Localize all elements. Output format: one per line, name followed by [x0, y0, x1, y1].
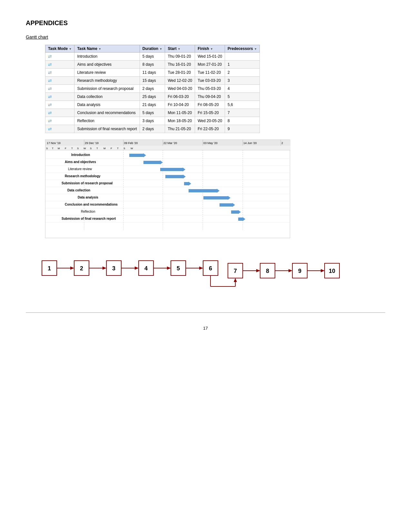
svg-text:8: 8 — [266, 268, 269, 274]
svg-marker-90 — [167, 266, 171, 270]
svg-text:03 May '20: 03 May '20 — [203, 141, 218, 145]
predecessors-cell: 5,6 — [225, 101, 260, 109]
duration-cell: 3 days — [140, 117, 165, 125]
task-mode-icon: ⇄ — [48, 102, 52, 107]
table-row: ⇄ Submission of final research report 2 … — [45, 125, 260, 133]
start-cell: Thu 16-01-20 — [165, 61, 195, 69]
task-mode-icon: ⇄ — [48, 54, 52, 59]
svg-marker-86 — [135, 266, 139, 270]
duration-cell: 11 days — [140, 69, 165, 77]
predecessors-cell: 8 — [225, 117, 260, 125]
col-header-start[interactable]: Start ▼ — [165, 45, 195, 53]
duration-cell: 21 days — [140, 101, 165, 109]
svg-text:2: 2 — [80, 265, 83, 272]
svg-text:9: 9 — [298, 268, 301, 274]
gantt-table: Task Mode ▼ Task Name ▼ Duration ▼ Start… — [45, 45, 260, 133]
task-mode-cell: ⇄ — [45, 85, 74, 93]
svg-text:Data collection: Data collection — [67, 189, 90, 192]
task-mode-cell: ⇄ — [45, 117, 74, 125]
svg-text:M: M — [103, 147, 106, 150]
task-mode-cell: ⇄ — [45, 69, 74, 77]
table-row: ⇄ Data collection 25 days Fri 06-03-20 T… — [45, 93, 260, 101]
svg-text:7: 7 — [234, 268, 237, 274]
predecessors-cell: 5 — [225, 93, 260, 101]
finish-cell: Tue 03-03-20 — [195, 77, 225, 85]
svg-text:Aims and objectives: Aims and objectives — [65, 160, 96, 164]
predecessors-cell: 4 — [225, 85, 260, 93]
predecessors-cell: 2 — [225, 69, 260, 77]
section-divider — [26, 312, 385, 313]
svg-rect-52 — [160, 168, 183, 171]
svg-rect-14 — [45, 146, 290, 150]
predecessors-cell: 7 — [225, 109, 260, 117]
start-cell: Fri 10-04-20 — [165, 101, 195, 109]
gantt-visual-section: 17 Nov '19 29 Dec '19 09 Feb '20 22 Mar … — [45, 140, 290, 238]
task-name-cell: Introduction — [74, 53, 140, 61]
finish-cell: Thu 09-04-20 — [195, 93, 225, 101]
start-cell: Mon 18-05-20 — [165, 117, 195, 125]
task-mode-icon: ⇄ — [48, 70, 52, 75]
svg-text:F: F — [111, 147, 112, 150]
task-name-cell: Reflection — [74, 117, 140, 125]
svg-text:Research methodology: Research methodology — [65, 174, 101, 178]
finish-cell: Fri 22-05-20 — [195, 125, 225, 133]
col-header-task-name[interactable]: Task Name ▼ — [74, 45, 140, 53]
svg-text:2: 2 — [281, 141, 283, 145]
duration-cell: 2 days — [140, 125, 165, 133]
svg-text:F: F — [65, 147, 66, 150]
table-row: ⇄ Data analysis 21 days Fri 10-04-20 Fri… — [45, 101, 260, 109]
col-header-task-mode[interactable]: Task Mode ▼ — [45, 45, 74, 53]
task-mode-cell: ⇄ — [45, 53, 74, 61]
svg-rect-55 — [165, 175, 183, 178]
finish-cell: Wed 15-01-20 — [195, 53, 225, 61]
task-mode-cell: ⇄ — [45, 77, 74, 85]
svg-text:Conclusion and recommendations: Conclusion and recommendations — [65, 203, 118, 206]
table-row: ⇄ Submission of research proposal 2 days… — [45, 85, 260, 93]
table-row: ⇄ Aims and objectives 8 days Thu 16-01-2… — [45, 61, 260, 69]
svg-marker-94 — [199, 266, 203, 270]
svg-text:T: T — [117, 147, 119, 150]
svg-text:T: T — [96, 147, 98, 150]
svg-text:3: 3 — [112, 265, 115, 272]
svg-text:1: 1 — [48, 265, 51, 272]
task-name-cell: Literature review — [74, 69, 140, 77]
critical-path-svg: 1 2 3 4 5 6 7 — [39, 248, 393, 303]
svg-text:S: S — [77, 147, 79, 150]
svg-text:Submission of final research r: Submission of final research report — [62, 217, 116, 220]
svg-text:29 Dec '19: 29 Dec '19 — [85, 141, 99, 145]
predecessors-cell: 9 — [225, 125, 260, 133]
col-header-predecessors[interactable]: Predecessors ▼ — [225, 45, 260, 53]
duration-cell: 25 days — [140, 93, 165, 101]
svg-rect-64 — [203, 196, 228, 199]
table-row: ⇄ Literature review 11 days Tue 28-01-20… — [45, 69, 260, 77]
col-header-finish[interactable]: Finish ▼ — [195, 45, 225, 53]
task-name-cell: Aims and objectives — [74, 61, 140, 69]
task-mode-cell: ⇄ — [45, 109, 74, 117]
predecessors-cell: 1 — [225, 61, 260, 69]
task-name-cell: Conclusion and recommendations — [74, 109, 140, 117]
task-name-cell: Submission of final research report — [74, 125, 140, 133]
start-cell: Tue 28-01-20 — [165, 69, 195, 77]
svg-marker-100 — [234, 278, 237, 282]
table-row: ⇄ Introduction 5 days Thu 09-01-20 Wed 1… — [45, 53, 260, 61]
start-cell: Wed 04-03-20 — [165, 85, 195, 93]
task-name-cell: Research methodology — [74, 77, 140, 85]
task-mode-cell: ⇄ — [45, 61, 74, 69]
task-mode-icon: ⇄ — [48, 126, 52, 131]
task-mode-icon: ⇄ — [48, 78, 52, 83]
start-cell: Wed 12-02-20 — [165, 77, 195, 85]
svg-text:S: S — [90, 147, 92, 150]
finish-cell: Fri 08-05-20 — [195, 101, 225, 109]
svg-text:22 Mar '20: 22 Mar '20 — [163, 141, 177, 145]
finish-cell: Fri 15-05-20 — [195, 109, 225, 117]
task-name-cell: Submission of research proposal — [74, 85, 140, 93]
svg-text:M: M — [58, 147, 60, 150]
svg-marker-104 — [256, 269, 260, 272]
svg-text:Introduction: Introduction — [71, 153, 90, 157]
svg-text:5: 5 — [177, 265, 180, 272]
svg-text:Data analysis: Data analysis — [78, 196, 98, 199]
col-header-duration[interactable]: Duration ▼ — [140, 45, 165, 53]
table-row: ⇄ Research methodology 15 days Wed 12-02… — [45, 77, 260, 85]
finish-cell: Wed 20-05-20 — [195, 117, 225, 125]
svg-text:6: 6 — [209, 265, 212, 272]
